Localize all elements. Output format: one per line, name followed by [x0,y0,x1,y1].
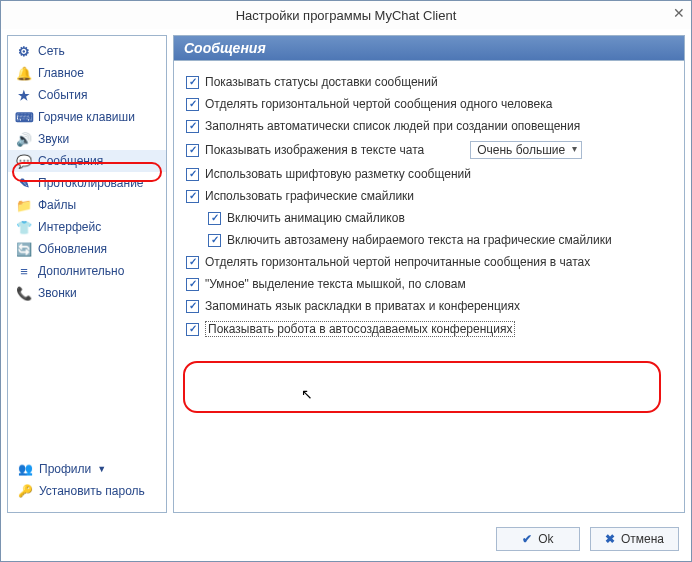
opt-auto-fill-people-list: Заполнять автоматически список людей при… [186,115,672,137]
opt-label: Использовать шрифтовую разметку сообщени… [205,167,471,181]
refresh-icon: 🔄 [16,241,32,257]
opt-remember-keyboard-layout: Запоминать язык раскладки в приватах и к… [186,295,672,317]
opt-separate-line-per-person: Отделять горизонтальной чертой сообщения… [186,93,672,115]
opt-label: Показывать робота в автосоздаваемых конф… [205,321,515,337]
speaker-icon: 🔊 [16,131,32,147]
close-icon[interactable]: ✕ [673,5,685,21]
sidebar-item-label: Протоколирование [38,176,144,190]
sidebar-item-label: Звонки [38,286,77,300]
sidebar-item-label: Сеть [38,44,65,58]
sidebar-item-label: Главное [38,66,84,80]
checkbox[interactable] [186,98,199,111]
sidebar-item-label: Горячие клавиши [38,110,135,124]
sidebar-item-network[interactable]: ⚙Сеть [8,40,166,62]
checkbox[interactable] [208,234,221,247]
opt-use-graphic-smilies: Использовать графические смайлики [186,185,672,207]
opt-label: Заполнять автоматически список людей при… [205,119,580,133]
opt-show-delivery-status: Показывать статусы доставки сообщений [186,71,672,93]
ok-label: Ok [538,532,553,546]
opt-label: Использовать графические смайлики [205,189,414,203]
checkbox[interactable] [186,144,199,157]
sidebar-item-label: Сообщения [38,154,103,168]
set-password-label: Установить пароль [39,484,145,498]
cancel-button[interactable]: ✖ Отмена [590,527,679,551]
opt-use-font-markup: Использовать шрифтовую разметку сообщени… [186,163,672,185]
sidebar: ⚙Сеть 🔔Главное ★События ⌨Горячие клавиши… [7,35,167,513]
keyboard-icon: ⌨ [16,109,32,125]
set-password[interactable]: 🔑 Установить пароль [16,480,158,502]
opt-smart-text-select: "Умное" выделение текста мышкой, по слов… [186,273,672,295]
image-size-select[interactable]: Очень большие [470,141,582,159]
sidebar-item-label: Звуки [38,132,69,146]
sidebar-item-messages[interactable]: 💬Сообщения [8,150,166,172]
shirt-icon: 👕 [16,219,32,235]
ok-button[interactable]: ✔ Ok [496,527,580,551]
options-list: Показывать статусы доставки сообщений От… [174,61,684,353]
sidebar-item-interface[interactable]: 👕Интерфейс [8,216,166,238]
opt-label: Показывать изображения в тексте чата [205,143,424,157]
x-icon: ✖ [605,532,615,546]
sidebar-item-additional[interactable]: ≡Дополнительно [8,260,166,282]
checkbox[interactable] [186,76,199,89]
cancel-label: Отмена [621,532,664,546]
profiles-label: Профили [39,462,91,476]
checkbox[interactable] [186,300,199,313]
key-icon: 🔑 [18,484,33,498]
gear-icon: ⚙ [16,43,32,59]
sidebar-item-hotkeys[interactable]: ⌨Горячие клавиши [8,106,166,128]
opt-show-robot-in-auto-conf: Показывать робота в автосоздаваемых конф… [186,317,672,341]
opt-label: Запоминать язык раскладки в приватах и к… [205,299,520,313]
opt-label: Отделять горизонтальной чертой сообщения… [205,97,552,111]
opt-enable-smilies-autoreplace: Включить автозамену набираемого текста н… [186,229,672,251]
users-icon: 👥 [18,462,33,476]
content-header: Сообщения [174,36,684,61]
sidebar-item-logging[interactable]: ✎Протоколирование [8,172,166,194]
opt-show-images-in-chat: Показывать изображения в тексте чата Оче… [186,137,672,163]
sidebar-item-calls[interactable]: 📞Звонки [8,282,166,304]
opt-label: Показывать статусы доставки сообщений [205,75,438,89]
opt-enable-smilies-animation: Включить анимацию смайликов [186,207,672,229]
sidebar-item-events[interactable]: ★События [8,84,166,106]
sidebar-item-label: События [38,88,88,102]
opt-label: "Умное" выделение текста мышкой, по слов… [205,277,466,291]
bell-icon: 🔔 [16,65,32,81]
opt-label: Включить анимацию смайликов [227,211,405,225]
checkbox[interactable] [186,190,199,203]
sidebar-item-sounds[interactable]: 🔊Звуки [8,128,166,150]
sidebar-item-files[interactable]: 📁Файлы [8,194,166,216]
star-icon: ★ [16,87,32,103]
titlebar: Настройки программы MyChat Client ✕ [1,1,691,29]
sidebar-item-updates[interactable]: 🔄Обновления [8,238,166,260]
footer: ✔ Ok ✖ Отмена [1,519,691,561]
folder-icon: 📁 [16,197,32,213]
sidebar-item-label: Интерфейс [38,220,101,234]
profiles-menu[interactable]: 👥 Профили ▼ [16,458,158,480]
opt-label: Включить автозамену набираемого текста н… [227,233,612,247]
cursor-icon: ↖ [301,386,313,402]
check-icon: ✔ [522,532,532,546]
sidebar-list: ⚙Сеть 🔔Главное ★События ⌨Горячие клавиши… [8,36,166,308]
chat-icon: 💬 [16,153,32,169]
checkbox[interactable] [186,256,199,269]
opt-label: Отделять горизонтальной чертой непрочита… [205,255,590,269]
menu-icon: ≡ [16,263,32,279]
chevron-down-icon: ▼ [97,464,106,474]
checkbox[interactable] [186,120,199,133]
content-panel: Сообщения Показывать статусы доставки со… [173,35,685,513]
checkbox[interactable] [208,212,221,225]
window-title: Настройки программы MyChat Client [236,8,457,23]
select-value: Очень большие [477,143,565,157]
checkbox[interactable] [186,168,199,181]
settings-window: Настройки программы MyChat Client ✕ ⚙Сет… [0,0,692,562]
sidebar-footer: 👥 Профили ▼ 🔑 Установить пароль [8,452,166,512]
sidebar-item-label: Файлы [38,198,76,212]
pencil-icon: ✎ [16,175,32,191]
body: ⚙Сеть 🔔Главное ★События ⌨Горячие клавиши… [1,29,691,519]
opt-separate-unread-line: Отделять горизонтальной чертой непрочита… [186,251,672,273]
sidebar-item-label: Дополнительно [38,264,124,278]
sidebar-item-main[interactable]: 🔔Главное [8,62,166,84]
checkbox[interactable] [186,323,199,336]
phone-icon: 📞 [16,285,32,301]
sidebar-item-label: Обновления [38,242,107,256]
checkbox[interactable] [186,278,199,291]
